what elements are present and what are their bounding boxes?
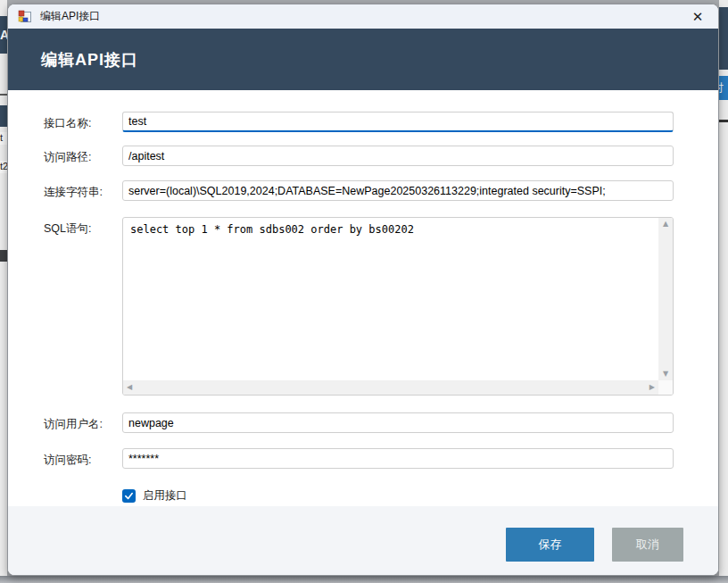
api-name-label: 接口名称:: [44, 112, 122, 131]
background-bottom-strip: [0, 576, 728, 583]
dialog-header-title: 编辑API接口: [41, 49, 138, 71]
horizontal-scrollbar[interactable]: ◀ ▶: [123, 380, 658, 395]
background-dark-row-fragment: [0, 250, 7, 262]
scroll-down-icon[interactable]: ▼: [663, 371, 668, 378]
scrollbar-corner: [658, 380, 673, 395]
background-toolbar-fragment: [0, 105, 7, 127]
dialog-footer: 保存 取消: [8, 506, 718, 575]
background-row-text-fragment: t2: [0, 161, 7, 173]
form-row-access-path: 访问路径:: [44, 146, 674, 166]
winforms-app-icon: [18, 10, 32, 24]
scroll-left-icon[interactable]: ◀: [127, 384, 132, 391]
cancel-button[interactable]: 取消: [612, 528, 683, 562]
background-header-fragment: [719, 7, 728, 70]
checkmark-icon: [124, 491, 134, 501]
access-path-input[interactable]: [122, 146, 674, 166]
save-button[interactable]: 保存: [506, 528, 594, 562]
background-dash-fragment: [719, 120, 728, 122]
scroll-right-icon[interactable]: ▶: [649, 384, 655, 391]
password-label: 访问密码:: [44, 448, 122, 468]
background-row-text-fragment: t: [0, 132, 7, 145]
access-path-label: 访问路径:: [44, 146, 122, 165]
password-input[interactable]: [122, 448, 674, 469]
background-app-left-strip: AI t t2: [0, 0, 7, 576]
window-title: 编辑API接口: [40, 9, 100, 24]
background-selected-row-fragment: 时: [719, 76, 728, 100]
username-label: 访问用户名:: [44, 412, 122, 432]
background-divider-fragment: [0, 94, 7, 96]
enable-api-checkbox-row: 启用接口: [122, 488, 674, 504]
connection-string-label: 连接字符串:: [44, 180, 122, 200]
form-row-password: 访问密码:: [44, 448, 674, 469]
enable-api-checkbox[interactable]: [122, 489, 136, 503]
footer-buttons: 保存 取消: [506, 528, 683, 562]
background-row-char: 时: [719, 76, 724, 100]
sql-label: SQL语句:: [44, 217, 122, 237]
background-header-fragment: AI: [0, 16, 7, 54]
enable-api-label: 启用接口: [143, 488, 187, 504]
form-row-username: 访问用户名:: [44, 412, 674, 433]
close-icon[interactable]: ✕: [682, 4, 713, 29]
sql-statement-text: select top 1 * from sdbs002 order by bs0…: [130, 223, 653, 236]
form-row-connection-string: 连接字符串:: [44, 180, 674, 201]
form-row-sql: SQL语句: select top 1 * from sdbs002 order…: [44, 217, 674, 396]
edit-api-dialog: 编辑API接口 ✕ 编辑API接口 接口名称: 访问路径: 连接字符串: SQL…: [7, 4, 719, 576]
dialog-header: 编辑API接口: [8, 29, 718, 90]
dialog-titlebar[interactable]: 编辑API接口 ✕: [8, 4, 718, 29]
background-app-right-strip: 时: [719, 0, 728, 576]
form-row-api-name: 接口名称:: [44, 112, 674, 132]
api-name-input[interactable]: [122, 112, 674, 132]
sql-statement-textarea[interactable]: select top 1 * from sdbs002 order by bs0…: [122, 217, 674, 396]
dialog-body: 接口名称: 访问路径: 连接字符串: SQL语句: select top 1 *…: [8, 90, 718, 504]
vertical-scrollbar[interactable]: ▲ ▼: [658, 218, 673, 380]
connection-string-input[interactable]: [122, 180, 674, 201]
scroll-up-icon[interactable]: ▲: [663, 221, 668, 228]
username-input[interactable]: [122, 412, 674, 433]
